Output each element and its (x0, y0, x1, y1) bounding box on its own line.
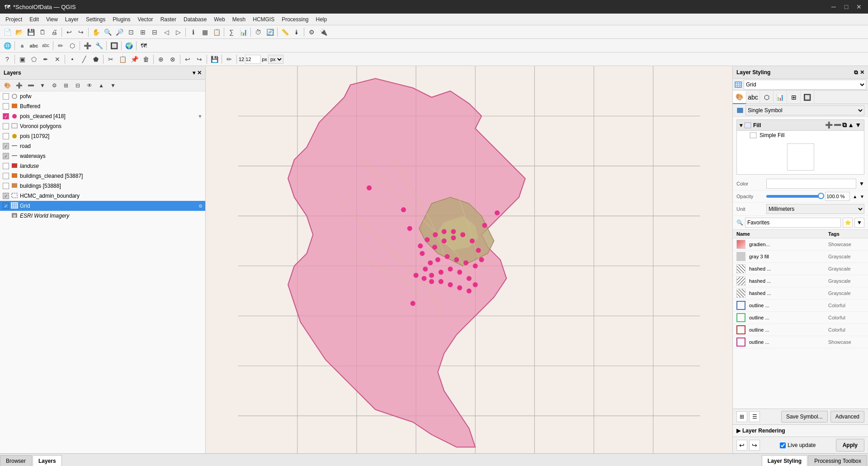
menu-mesh[interactable]: Mesh (229, 15, 249, 24)
layer-item-voronoi[interactable]: Voronoi polygons (0, 121, 205, 131)
redo-edits-button[interactable]: ↪ (194, 54, 205, 65)
layer-item-grid[interactable]: ✓ Grid ⚙ (0, 201, 205, 211)
add-point-button[interactable]: • (67, 54, 78, 65)
remove-symbol-button[interactable]: ➖ (834, 121, 841, 129)
menu-project[interactable]: Project (2, 15, 26, 24)
layer-checkbox-buildings-cleaned[interactable] (3, 173, 9, 179)
node-tool-button[interactable]: ⬡ (67, 40, 78, 51)
styling-float-button[interactable]: ⧉ (854, 69, 858, 76)
open-project-button[interactable]: 📂 (14, 27, 24, 38)
zoom-next-button[interactable]: ▷ (173, 27, 184, 38)
save-symbol-button[interactable]: Save Symbol... (781, 411, 828, 423)
layers-close-button[interactable]: ✕ (197, 70, 202, 76)
unit-select[interactable]: Millimeters Pixels Map Units (766, 204, 864, 214)
refresh-button[interactable]: 🔄 (264, 27, 275, 38)
map-area[interactable] (206, 66, 732, 453)
menu-processing[interactable]: Processing (278, 15, 312, 24)
collapse-all-button[interactable]: ⊟ (72, 80, 83, 91)
snap-button[interactable]: 🔲 (108, 40, 119, 51)
layer-item-pois-cleaned[interactable]: ✓ pois_cleaned [418] ▼ (0, 111, 205, 121)
zoom-previous-button[interactable]: ◁ (161, 27, 172, 38)
copy-feature-button[interactable]: 📋 (117, 54, 128, 65)
color-swatch-button[interactable] (766, 179, 856, 189)
styling-tab-rendering[interactable]: 🔲 (801, 90, 814, 104)
menu-raster[interactable]: Raster (157, 15, 180, 24)
new-project-button[interactable]: 📄 (2, 27, 13, 38)
symbol-list-item-gradient[interactable]: gradien... Showcase (733, 238, 868, 251)
undo-button[interactable]: ↩ (64, 27, 75, 38)
menu-hcmgis[interactable]: HCMGIS (249, 15, 278, 24)
layer-checkbox-buffered[interactable] (3, 103, 9, 109)
maximize-button[interactable]: □ (842, 2, 851, 11)
menu-help[interactable]: Help (312, 15, 331, 24)
toggle-edit-button[interactable]: ✏ (224, 54, 235, 65)
font-unit-select[interactable]: px pt (268, 55, 283, 64)
font-size-input[interactable] (245, 55, 261, 64)
plugins-button[interactable]: 🔌 (318, 27, 329, 38)
zoom-layer-button[interactable]: ⊞ (137, 27, 148, 38)
menu-web[interactable]: Web (210, 15, 228, 24)
styling-tab-label[interactable]: abc (746, 90, 760, 104)
digitize-button[interactable]: ✏ (55, 40, 66, 51)
live-update-checkbox[interactable] (780, 442, 786, 448)
layer-item-buildings-cleaned[interactable]: buildings_cleaned [53887] (0, 171, 205, 181)
pin-label-button[interactable]: abc (40, 40, 51, 51)
add-symbol-button[interactable]: ➕ (825, 121, 833, 129)
layer-item-buildings[interactable]: buildings [53888] (0, 181, 205, 191)
attribute-table-button[interactable]: 📋 (211, 27, 222, 38)
select-poly-button[interactable]: ⬠ (28, 54, 39, 65)
styling-tab-diagram[interactable]: 📊 (774, 90, 787, 104)
help-button[interactable]: ? (2, 54, 13, 65)
style-undo-button[interactable]: ↩ (736, 440, 747, 451)
layer-item-road[interactable]: ✓ road (0, 141, 205, 151)
open-layer-style-button[interactable]: 🎨 (2, 80, 13, 91)
layer-checkbox-landuse[interactable] (3, 163, 9, 169)
opacity-input[interactable] (825, 192, 850, 201)
menu-database[interactable]: Database (180, 15, 210, 24)
style-redo-button[interactable]: ↪ (749, 440, 760, 451)
select-feature-button[interactable]: ▦ (199, 27, 210, 38)
pan-map-button[interactable]: ✋ (90, 27, 101, 38)
layer-item-landuse[interactable]: landuse (0, 161, 205, 171)
layer-item-hcmc-admin[interactable]: ✓ HCMC_admin_boundary (0, 191, 205, 201)
layer-expand-icon-grid[interactable]: ⚙ (198, 204, 203, 209)
cut-feature-button[interactable]: ✂ (105, 54, 116, 65)
layer-checkbox-waterways[interactable]: ✓ (3, 153, 9, 159)
close-button[interactable]: ✕ (854, 2, 863, 11)
print-layout-button[interactable]: 🖨 (49, 27, 60, 38)
apply-button[interactable]: Apply (836, 439, 864, 452)
symbol-list-view-button[interactable]: ☰ (749, 411, 760, 422)
favorites-add-button[interactable]: ⭐ (843, 218, 853, 228)
settings-button[interactable]: ⚙ (306, 27, 317, 38)
favorites-options-button[interactable]: ▼ (854, 218, 864, 228)
select-freehand-button[interactable]: ✒ (40, 54, 51, 65)
menu-vector[interactable]: Vector (134, 15, 157, 24)
qgis-logo-button[interactable]: 🌐 (2, 40, 13, 51)
redo-button[interactable]: ↪ (75, 27, 86, 38)
undo-edits-button[interactable]: ↩ (182, 54, 193, 65)
layer-visibility-button[interactable]: 👁 (84, 80, 95, 91)
zoom-selection-button[interactable]: ⊟ (149, 27, 160, 38)
duplicate-symbol-button[interactable]: ⧉ (842, 121, 847, 129)
split-features-button[interactable]: ⊗ (167, 54, 178, 65)
menu-view[interactable]: View (42, 15, 61, 24)
measure-button[interactable]: 📏 (279, 27, 290, 38)
layer-item-buffered[interactable]: Buffered (0, 101, 205, 111)
symbol-type-select[interactable]: Single Symbol (745, 105, 864, 115)
move-layer-down-button[interactable]: ▼ (108, 80, 118, 91)
add-line-button[interactable]: ╱ (79, 54, 90, 65)
layer-checkbox-hcmc-admin[interactable]: ✓ (3, 193, 9, 199)
styling-tab-fields[interactable]: ⊞ (787, 90, 801, 104)
add-polygon-button[interactable]: ⬟ (90, 54, 101, 65)
layer-checkbox-buildings[interactable] (3, 183, 9, 189)
zoom-in-button[interactable]: 🔍 (102, 27, 113, 38)
zoom-out-button[interactable]: 🔎 (114, 27, 125, 38)
move-up-symbol-button[interactable]: ▲ (848, 121, 854, 129)
layer-select-dropdown[interactable]: Grid (744, 80, 866, 90)
styling-close-button[interactable]: ✕ (860, 69, 864, 76)
symbol-list-item-outline-pink[interactable]: outline ... Showcase (733, 336, 868, 348)
menu-edit[interactable]: Edit (26, 15, 42, 24)
tree-expand-icon[interactable]: ▾ (740, 122, 742, 128)
move-layer-up-button[interactable]: ▲ (96, 80, 107, 91)
menu-plugins[interactable]: Plugins (109, 15, 134, 24)
